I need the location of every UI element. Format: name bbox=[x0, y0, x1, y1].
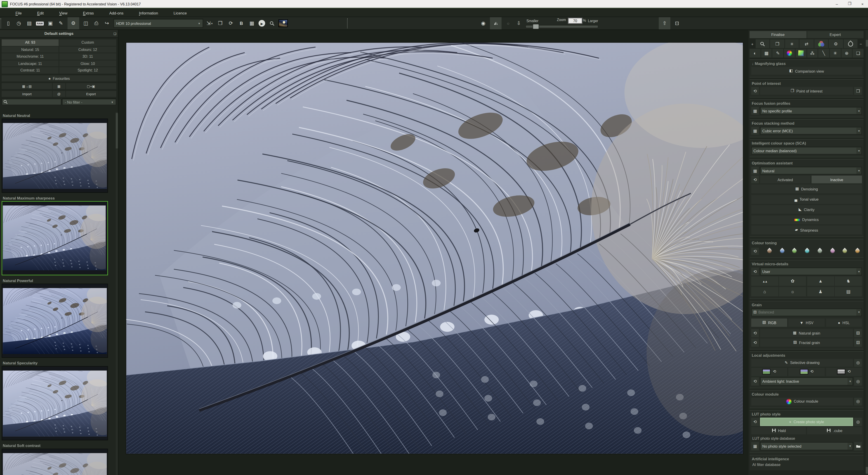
scrollbar-thumb[interactable] bbox=[866, 40, 868, 47]
menu-view[interactable]: View bbox=[52, 11, 75, 15]
sharpness-button[interactable]: ▰Sharpness bbox=[751, 226, 862, 234]
category-monochrome[interactable]: Monochrome: 11 bbox=[2, 53, 59, 59]
filmstrip-icon[interactable]: ▦ bbox=[248, 19, 256, 28]
batch-processing-icon[interactable]: ▤ bbox=[26, 19, 33, 28]
colour-module-button[interactable]: Colour module bbox=[751, 397, 853, 405]
preview-refresh-icon[interactable]: ◎ bbox=[854, 417, 862, 426]
optimisation-dropdown[interactable]: Natural ▼ bbox=[760, 167, 862, 174]
colour-space-dropdown[interactable]: Colour median (balanced) ▼ bbox=[751, 147, 862, 154]
category-glow[interactable]: Glow: 10 bbox=[59, 60, 116, 66]
copy-settings-icon[interactable]: ❒ bbox=[217, 19, 224, 28]
dynamics-button[interactable]: Dynamics bbox=[751, 215, 862, 224]
menu-information[interactable]: Information bbox=[131, 11, 166, 15]
import-button[interactable]: Import bbox=[2, 91, 52, 97]
aperture-tool-icon[interactable]: ✳ bbox=[830, 49, 841, 58]
comparison-view-button[interactable]: ◧ Comparison view bbox=[751, 67, 862, 75]
preset-list-scrollbar[interactable] bbox=[116, 112, 118, 475]
fit-to-window-icon[interactable]: ⇩ bbox=[515, 19, 523, 28]
toning-droplet-cyan[interactable] bbox=[804, 248, 810, 254]
scrollbar-thumb[interactable] bbox=[116, 113, 118, 149]
grid-icon[interactable]: ▦ bbox=[751, 127, 759, 135]
reset-icon[interactable]: ⟲ bbox=[751, 176, 759, 183]
globe-tool-icon[interactable]: ⊕ bbox=[841, 49, 852, 58]
document-preset-icon[interactable]: ▤ bbox=[835, 287, 862, 296]
composing-layer-1-button[interactable]: ⟲ bbox=[751, 367, 787, 376]
droplet-tool-icon[interactable] bbox=[843, 39, 857, 48]
reset-icon[interactable]: ⟲ bbox=[751, 87, 759, 94]
menu-file[interactable]: File bbox=[8, 11, 29, 15]
layers-tool-icon[interactable]: ≡ bbox=[785, 39, 799, 48]
preview-document-icon[interactable] bbox=[268, 19, 276, 28]
crop-rotate-icon[interactable]: ⊡ bbox=[673, 19, 681, 28]
drawing-pen-tool-icon[interactable]: ✎ bbox=[772, 49, 783, 58]
histogram-icon[interactable] bbox=[278, 20, 288, 27]
play-animation-icon[interactable]: ▶ bbox=[258, 20, 265, 27]
micro-details-dropdown[interactable]: User ▼ bbox=[760, 268, 862, 275]
new-project-icon[interactable]: ▯ bbox=[4, 19, 12, 28]
scrollbar-thumb[interactable] bbox=[866, 467, 868, 473]
grid-icon[interactable]: ▦ bbox=[751, 167, 759, 174]
post-processing-brush-icon[interactable]: ✎ bbox=[57, 19, 65, 28]
grid-icon[interactable]: ▦ bbox=[751, 442, 759, 450]
close-button[interactable]: × bbox=[861, 2, 864, 6]
history-icon[interactable]: ◷ bbox=[15, 19, 23, 28]
toning-droplet-blue[interactable] bbox=[779, 248, 785, 254]
preset-thumbnail[interactable] bbox=[2, 449, 108, 475]
hald-export-button[interactable]: Hald bbox=[751, 427, 806, 434]
create-photo-style-button[interactable]: + Create photo style bbox=[760, 417, 853, 426]
architecture-preset-icon[interactable]: ⌂ bbox=[751, 287, 778, 296]
hsl-mode-button[interactable]: ●HSL bbox=[826, 318, 862, 327]
mirror-compare-icon[interactable] bbox=[490, 17, 501, 29]
zoom-value-input[interactable] bbox=[568, 18, 583, 24]
category-spotlight[interactable]: Spotlight: 12 bbox=[59, 67, 116, 73]
category-all[interactable]: All: 93 bbox=[2, 39, 59, 46]
dice-icon[interactable]: ⚄ bbox=[854, 329, 862, 337]
import-icon[interactable]: ▦→▤ bbox=[2, 83, 52, 89]
category-custom[interactable]: Custom bbox=[59, 39, 116, 46]
toning-droplet-olive[interactable] bbox=[842, 248, 848, 254]
tab-expert[interactable]: Expert bbox=[807, 31, 864, 38]
menu-extras[interactable]: Extras bbox=[75, 11, 101, 15]
preview-refresh-icon[interactable]: ◎ bbox=[854, 359, 862, 366]
ambient-light-dropdown[interactable]: Ambient light: Inactive ▼ bbox=[760, 377, 853, 385]
focus-fusion-dropdown[interactable]: No specific profile ▼ bbox=[760, 107, 862, 115]
monitor-transfer-icon[interactable]: ⇲▼ bbox=[206, 19, 214, 28]
raw-develop-icon[interactable]: RAW bbox=[36, 19, 43, 28]
manage-presets-icon[interactable]: ▦ bbox=[53, 83, 65, 89]
preset-thumbnail[interactable] bbox=[2, 201, 108, 275]
settings-gear-icon[interactable]: ⚙ bbox=[68, 17, 79, 29]
gear-tool-icon[interactable]: ⚙ bbox=[829, 39, 843, 48]
clarity-button[interactable]: ◣Clarity bbox=[751, 205, 862, 214]
print-icon[interactable]: ⎙ bbox=[92, 19, 100, 28]
open-folder-icon[interactable] bbox=[854, 442, 862, 450]
reset-icon[interactable]: ⟲ bbox=[751, 247, 759, 255]
restore-button[interactable]: ❐ bbox=[848, 2, 851, 6]
eye-preview-icon[interactable]: ◉ bbox=[479, 19, 487, 28]
at-button[interactable]: @ bbox=[53, 91, 65, 97]
image-stack-icon[interactable]: ▣ bbox=[46, 19, 54, 28]
dashed-compare-icon[interactable]: ◌ bbox=[504, 19, 512, 28]
rotate-image-icon[interactable]: ⟳ bbox=[227, 19, 235, 28]
composing-layer-2-button[interactable]: ⟲ bbox=[788, 367, 825, 376]
hills-preset-icon[interactable]: ▲▲ bbox=[751, 276, 778, 286]
denoising-button[interactable]: ▩Denoising bbox=[751, 184, 862, 194]
rgb-mode-button[interactable]: ▧RGB bbox=[751, 318, 787, 327]
file-tool-icon[interactable]: ❏ bbox=[852, 49, 864, 58]
copy-icon[interactable]: ❒ bbox=[854, 87, 862, 94]
grain-dropdown[interactable]: ⚄ Balanced ▼ bbox=[751, 308, 862, 316]
toning-droplet-green[interactable] bbox=[792, 248, 798, 254]
category-colours[interactable]: Colours: 12 bbox=[59, 46, 116, 53]
stacking-method-dropdown[interactable]: Cubic error (MCE) ▼ bbox=[760, 127, 862, 135]
favourites-button[interactable]: ★ Favourites bbox=[2, 75, 116, 82]
toning-droplet-pink[interactable] bbox=[829, 248, 835, 254]
mountain-preset-icon[interactable]: ▲ bbox=[807, 276, 834, 286]
reset-icon[interactable]: ⟲ bbox=[751, 268, 759, 275]
original-size-icon[interactable]: ⇧ bbox=[659, 17, 670, 29]
preset-thumbnail[interactable] bbox=[2, 284, 108, 358]
grid-icon[interactable]: ▦ bbox=[751, 107, 759, 115]
magnifier-tool-icon[interactable] bbox=[756, 39, 770, 48]
split-view-icon[interactable]: ◫ bbox=[82, 19, 90, 28]
menu-licence[interactable]: Licence bbox=[166, 11, 195, 15]
reset-icon[interactable]: ⟲ bbox=[751, 338, 759, 347]
point-of-interest-button[interactable]: ❐ Point of interest bbox=[760, 87, 853, 94]
